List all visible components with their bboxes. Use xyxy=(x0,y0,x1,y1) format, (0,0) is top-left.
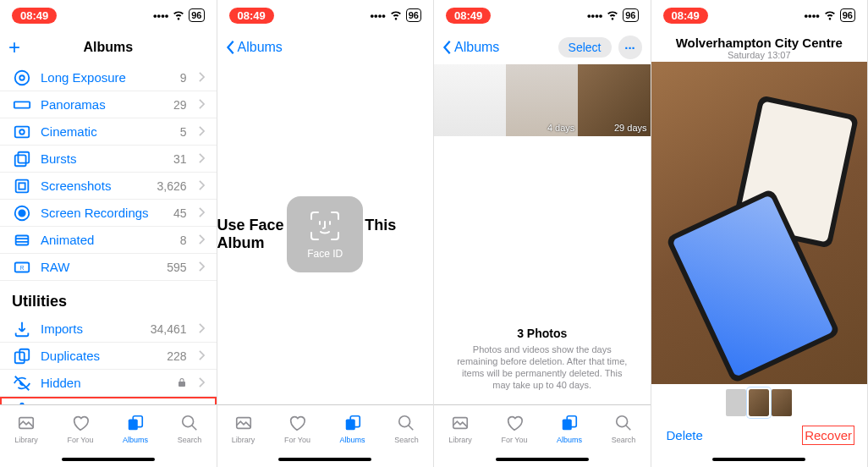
lock-icon xyxy=(177,376,187,390)
chevron-icon xyxy=(199,349,205,363)
tab-label: Library xyxy=(14,436,38,444)
svg-point-10 xyxy=(19,210,25,216)
album-count: 595 xyxy=(167,261,186,274)
delete-button[interactable]: Delete xyxy=(667,428,703,442)
album-row-screenshots[interactable]: Screenshots 3,626 xyxy=(0,173,217,200)
back-button[interactable]: Albums xyxy=(226,40,283,55)
thumb-mini[interactable] xyxy=(772,389,792,416)
battery-icon: 96 xyxy=(406,8,421,22)
album-count: 3,626 xyxy=(157,179,186,193)
wifi-icon xyxy=(389,8,403,24)
tab-library[interactable]: Library xyxy=(232,414,255,444)
status-icons: •••• 96 xyxy=(371,8,421,24)
raw-icon: R xyxy=(12,258,32,277)
status-bar: 08:49 •••• 96 xyxy=(434,0,651,30)
album-row-raw[interactable]: R RAW 595 xyxy=(0,254,217,281)
photo-grid: 4 days29 days xyxy=(434,64,651,136)
utilities-header: Utilities xyxy=(0,281,217,316)
library-icon xyxy=(17,414,36,434)
tab-label: Search xyxy=(612,436,636,444)
album-row-bursts[interactable]: Bursts 31 xyxy=(0,146,217,173)
tab-bar-1: LibraryFor YouAlbumsSearch xyxy=(0,404,217,452)
tab-albums[interactable]: Albums xyxy=(557,414,582,444)
home-indicator xyxy=(0,452,217,467)
tab-search[interactable]: Search xyxy=(394,414,419,444)
nav-bar: Albums Select ··· xyxy=(434,30,651,64)
battery-icon: 96 xyxy=(189,8,204,22)
tab-for-you[interactable]: For You xyxy=(501,414,527,444)
page-title: Albums xyxy=(0,40,217,55)
chevron-icon xyxy=(199,206,205,220)
utility-label: Duplicates xyxy=(41,349,158,363)
photo-header: Wolverhampton City Centre Saturday 13:07 xyxy=(651,30,868,62)
tab-for-you[interactable]: For You xyxy=(284,414,310,444)
status-time: 08:49 xyxy=(446,8,491,24)
chevron-icon xyxy=(199,151,205,166)
album-count: 45 xyxy=(173,206,187,220)
tab-library[interactable]: Library xyxy=(448,414,472,444)
utility-row-imports[interactable]: Imports 34,461 xyxy=(0,316,217,343)
thumbnail-strip[interactable] xyxy=(651,384,868,418)
thumb-mini-selected[interactable] xyxy=(749,389,769,416)
chevron-icon xyxy=(199,321,205,336)
albums-icon xyxy=(126,414,145,434)
svg-point-0 xyxy=(19,75,25,80)
tab-albums[interactable]: Albums xyxy=(123,414,148,444)
album-row-animated[interactable]: Animated 8 xyxy=(0,227,217,254)
tab-search[interactable]: Search xyxy=(612,414,636,444)
search-icon xyxy=(180,414,199,434)
svg-text:R: R xyxy=(20,264,25,270)
photo-thumb[interactable]: 29 days xyxy=(578,64,650,136)
back-button[interactable]: Albums xyxy=(442,40,499,55)
back-label: Albums xyxy=(454,40,499,55)
more-button[interactable]: ··· xyxy=(618,36,642,59)
tab-library[interactable]: Library xyxy=(14,414,38,444)
utility-row-duplicates[interactable]: Duplicates 228 xyxy=(0,343,217,370)
tab-label: Albums xyxy=(123,436,148,444)
chevron-icon xyxy=(199,124,205,139)
status-bar: 08:49 •••• 96 xyxy=(217,0,434,30)
tab-bar-3: LibraryFor YouAlbumsSearch xyxy=(434,404,651,452)
chevron-icon xyxy=(199,260,205,274)
album-label: Screen Recordings xyxy=(41,206,165,220)
album-row-cinematic[interactable]: Cinematic 5 xyxy=(0,118,217,146)
album-label: Bursts xyxy=(41,151,165,166)
bottom-actions: Delete Recover xyxy=(651,418,868,452)
album-row-screen-recordings[interactable]: Screen Recordings 45 xyxy=(0,200,217,227)
thumb-mini[interactable] xyxy=(726,389,746,416)
albums-icon xyxy=(560,414,579,434)
nav-bar: + Albums xyxy=(0,30,217,64)
tab-albums[interactable]: Albums xyxy=(340,414,365,444)
bursts-icon xyxy=(12,150,32,168)
duplicates-icon xyxy=(12,347,32,365)
photo-viewer[interactable] xyxy=(651,62,868,384)
album-count: 5 xyxy=(180,125,187,139)
screen-recordings-icon xyxy=(12,204,32,223)
imports-icon xyxy=(12,320,32,338)
tab-search[interactable]: Search xyxy=(178,414,202,444)
home-indicator xyxy=(217,452,434,467)
album-row-panoramas[interactable]: Panoramas 29 xyxy=(0,91,217,118)
album-row-long-exposure[interactable]: Long Exposure 9 xyxy=(0,64,217,91)
albums-icon xyxy=(343,414,362,434)
utility-row-hidden[interactable]: Hidden xyxy=(0,370,217,397)
album-count: 9 xyxy=(180,71,187,85)
tab-for-you[interactable]: For You xyxy=(67,414,93,444)
photo-thumb[interactable]: 4 days xyxy=(506,64,578,136)
tab-label: Search xyxy=(178,436,202,444)
recover-button[interactable]: Recover xyxy=(805,428,852,442)
chevron-icon xyxy=(199,70,205,85)
album-label: RAW xyxy=(41,260,158,274)
long-exposure-icon xyxy=(12,69,32,87)
photo-thumb[interactable] xyxy=(434,64,506,136)
photo-title: Wolverhampton City Centre xyxy=(651,36,868,50)
faceid-label: Face ID xyxy=(307,248,343,260)
utility-row-recently-deleted[interactable]: Recently Deleted xyxy=(0,397,217,404)
select-button[interactable]: Select xyxy=(558,37,612,58)
status-icons: •••• 96 xyxy=(153,8,204,24)
chevron-icon xyxy=(199,376,205,390)
album-count: 8 xyxy=(180,234,187,247)
album-label: Panoramas xyxy=(41,97,165,112)
tab-label: Albums xyxy=(340,436,365,444)
for-you-icon xyxy=(505,414,524,434)
